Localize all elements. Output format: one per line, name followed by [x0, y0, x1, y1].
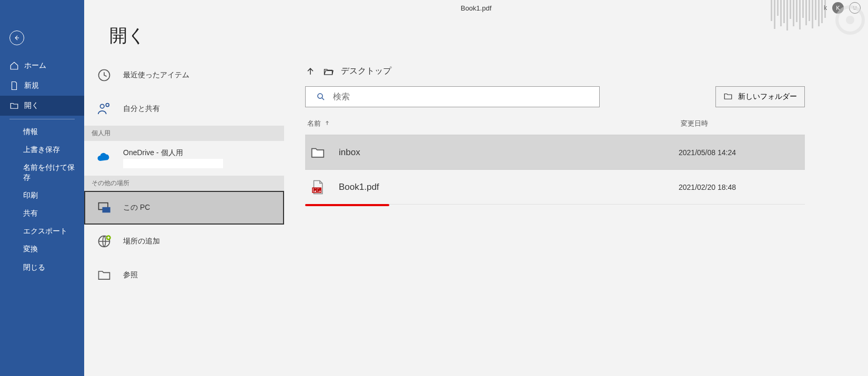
folder-open-icon	[323, 66, 334, 77]
svg-point-1	[100, 104, 105, 108]
svg-point-2	[106, 104, 109, 107]
nav-close[interactable]: 閉じる	[0, 258, 84, 276]
group-other-label: その他の場所	[84, 176, 284, 191]
home-icon	[9, 61, 19, 70]
user-avatar[interactable]: K	[832, 2, 844, 14]
up-level-button[interactable]	[305, 66, 316, 77]
location-shared[interactable]: 自分と共有	[84, 92, 284, 126]
svg-point-7	[318, 94, 322, 98]
document-icon	[9, 81, 19, 90]
file-date: 2021/05/08 14:24	[679, 148, 736, 157]
column-header-name[interactable]: 名前	[307, 119, 681, 128]
backstage-sidebar: ホーム 新規 開く 情報 上書き保存 名前を付けて保存 印刷 共有 エクスポート…	[0, 0, 84, 376]
add-place-icon	[95, 232, 114, 251]
search-box[interactable]	[305, 86, 600, 107]
file-list: inbox 2021/05/08 14:24 PDF Book1.pdf 202…	[305, 135, 805, 205]
location-label: 場所の追加	[123, 237, 160, 246]
this-pc-icon	[95, 198, 114, 217]
svg-point-11	[856, 7, 856, 7]
location-label: OneDrive - 個人用	[123, 148, 223, 158]
folder-open-icon	[9, 101, 19, 110]
file-date: 2021/02/20 18:48	[679, 183, 736, 191]
breadcrumb: デスクトップ	[305, 66, 857, 77]
back-button[interactable]	[9, 31, 24, 45]
user-label: k	[824, 4, 827, 12]
nav-print[interactable]: 印刷	[0, 186, 84, 204]
clock-icon	[95, 66, 114, 85]
location-label: 参照	[123, 270, 138, 280]
location-onedrive[interactable]: OneDrive - 個人用	[84, 141, 284, 176]
locations-panel: 開く 最近使ったアイテム 自分と共有 個人用 OneDrive - 個人用 その…	[84, 0, 284, 376]
nav-share[interactable]: 共有	[0, 204, 84, 222]
nav-label: 新規	[24, 81, 39, 90]
location-label: この PC	[123, 203, 150, 212]
sort-asc-icon	[324, 120, 330, 128]
button-label: 新しいフォルダー	[738, 92, 797, 101]
nav-home[interactable]: ホーム	[0, 56, 84, 76]
nav-save-as[interactable]: 名前を付けて保存	[0, 158, 84, 186]
onedrive-account-redacted	[123, 159, 223, 168]
location-label: 最近使ったアイテム	[123, 70, 189, 80]
nav-label: ホーム	[24, 61, 46, 70]
feedback-smiley-icon[interactable]	[849, 2, 861, 14]
list-item[interactable]: inbox 2021/05/08 14:24	[305, 135, 805, 170]
location-add-place[interactable]: 場所の追加	[84, 225, 284, 258]
location-browse[interactable]: 参照	[84, 258, 284, 292]
new-folder-button[interactable]: 新しいフォルダー	[715, 86, 805, 107]
location-this-pc[interactable]: この PC	[84, 191, 284, 225]
file-name: inbox	[339, 147, 679, 158]
people-icon	[95, 99, 114, 118]
svg-rect-4	[103, 207, 110, 213]
page-title: 開く	[84, 24, 284, 48]
svg-point-10	[853, 7, 854, 7]
nav-info[interactable]: 情報	[0, 123, 84, 140]
nav-transform[interactable]: 変換	[0, 240, 84, 258]
file-list-panel: デスクトップ 新しいフォルダー 名前	[284, 0, 868, 376]
pdf-file-icon: PDF	[308, 178, 327, 197]
nav-new[interactable]: 新規	[0, 76, 84, 96]
svg-text:PDF: PDF	[314, 188, 321, 192]
nav-open[interactable]: 開く	[0, 96, 84, 116]
nav-label: 開く	[24, 101, 39, 110]
nav-save[interactable]: 上書き保存	[0, 140, 84, 158]
group-personal-label: 個人用	[84, 126, 284, 141]
folder-icon	[723, 92, 733, 103]
list-item[interactable]: PDF Book1.pdf 2021/02/20 18:48	[305, 170, 805, 205]
folder-icon	[308, 143, 327, 162]
location-label: 自分と共有	[123, 104, 160, 114]
column-header-date[interactable]: 変更日時	[681, 119, 786, 128]
file-name: Book1.pdf	[339, 182, 679, 192]
onedrive-icon	[95, 149, 114, 168]
search-icon	[316, 92, 326, 101]
annotation-underline	[305, 204, 389, 206]
column-headers: 名前 変更日時	[305, 119, 857, 131]
nav-export[interactable]: エクスポート	[0, 222, 84, 240]
breadcrumb-path[interactable]: デスクトップ	[341, 66, 391, 77]
folder-icon	[95, 266, 114, 284]
location-recent[interactable]: 最近使ったアイテム	[84, 58, 284, 92]
nav-divider	[9, 119, 75, 119]
search-input[interactable]	[333, 92, 589, 101]
